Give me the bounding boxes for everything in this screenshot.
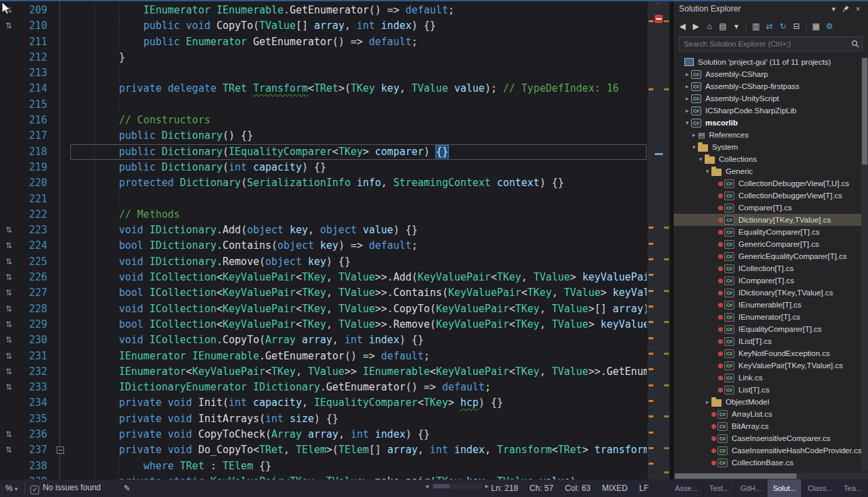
line-number[interactable]: 215 [18,97,53,113]
refresh-icon[interactable]: ↻ [777,20,789,32]
fold-margin[interactable] [53,97,70,113]
code-text[interactable]: public Dictionary() {} [70,128,647,144]
gutter-reference-icon[interactable] [0,175,18,191]
tree-item[interactable]: ▸C#Assembly-CSharp [674,68,868,80]
gutter-reference-icon[interactable]: ⇅ [0,317,18,332]
chevron-expanded-icon[interactable]: ▾ [697,156,705,163]
code-text[interactable]: protected Dictionary(SerializationInfo i… [70,175,647,191]
tree-item[interactable]: C#CollectionBase.cs [674,457,868,469]
gutter-reference-icon[interactable] [0,144,18,160]
close-icon[interactable]: × [852,5,864,13]
tree-item[interactable]: ▸▤References [674,129,868,141]
gutter-reference-icon[interactable] [0,81,18,96]
fold-margin[interactable] [53,332,70,348]
tree-item[interactable]: ▾Generic [674,165,868,177]
gutter-reference-icon[interactable]: ⇅ [0,18,18,34]
code-text[interactable]: private static KeyValuePair<TKey, TValue… [70,474,647,479]
line-number[interactable]: 233 [18,380,53,395]
tree-item[interactable]: C#CaseInsensitiveComparer.cs [674,432,868,444]
gutter-reference-icon[interactable]: ⇅ [0,442,18,458]
code-text[interactable]: IEnumerator IEnumerable.GetEnumerator() … [70,3,647,18]
fold-margin[interactable] [53,474,70,479]
tree-item[interactable]: C#BitArray.cs [674,420,868,432]
gutter-reference-icon[interactable] [0,459,18,474]
code-line-223[interactable]: ⇅223 void IDictionary.Add(object key, ob… [0,223,647,238]
tree-item[interactable]: ▸C#Assembly-UnityScript [674,92,868,105]
scroll-right-icon[interactable]: ► [484,483,490,490]
line-number[interactable]: 238 [18,459,53,474]
solution-search-input[interactable] [679,36,863,51]
code-line-231[interactable]: ⇅231 IEnumerator IEnumerable.GetEnumerat… [0,349,647,364]
fold-margin[interactable] [53,65,70,81]
fold-margin[interactable]: − [53,442,70,458]
gutter-reference-icon[interactable] [0,97,18,113]
tree-item[interactable]: C#GenericEqualityComparer[T].cs [674,250,868,262]
code-line-239[interactable]: 239 private static KeyValuePair<TKey, TV… [0,474,647,479]
sync-with-active-document-icon[interactable]: ⇄ [763,20,776,32]
fold-margin[interactable] [53,270,70,285]
tree-horizontal-scrollbar[interactable] [674,473,868,479]
code-text[interactable]: void IDictionary.Add(object key, object … [70,223,647,238]
chevron-expanded-icon[interactable]: ▾ [683,119,691,126]
show-all-files-icon[interactable]: ▦ [810,20,822,32]
tool-tab-solut[interactable]: Solut... [767,479,802,497]
tree-item[interactable]: C#Dictionary[TKey,TValue].cs [674,214,868,226]
line-number[interactable]: 237 [18,442,53,458]
gutter-reference-icon[interactable] [0,113,18,128]
line-number[interactable]: 210 [18,18,53,34]
pin-icon[interactable] [840,5,852,13]
tool-tab-asse[interactable]: Asse... [670,479,704,497]
gutter-reference-icon[interactable]: ⇅ [0,380,18,395]
line-number[interactable]: 231 [18,349,53,364]
scroll-left-icon[interactable]: ◄ [424,483,430,490]
gutter-reference-icon[interactable]: ⇅ [0,349,18,364]
gutter-reference-icon[interactable] [0,192,18,207]
line-number[interactable]: 220 [18,175,53,191]
code-line-211[interactable]: 211 public Enumerator GetEnumerator() =>… [0,34,647,50]
line-number[interactable]: 222 [18,207,53,223]
code-line-227[interactable]: ⇅227 bool ICollection<KeyValuePair<TKey,… [0,285,647,301]
editor-horizontal-scrollbar[interactable]: ◄ ► [424,483,490,490]
gutter-reference-icon[interactable]: ⇅ [0,427,18,442]
code-line-235[interactable]: 235 private void InitArrays(int size) {} [0,411,647,427]
code-line-217[interactable]: 217 public Dictionary() {} [0,128,647,144]
fold-margin[interactable] [53,238,70,254]
code-text[interactable]: bool ICollection<KeyValuePair<TKey, TVal… [70,317,647,332]
code-text[interactable]: public Enumerator GetEnumerator() => def… [70,34,647,50]
code-text[interactable]: IDictionaryEnumerator IDictionary.GetEnu… [70,380,647,395]
gutter-reference-icon[interactable] [0,395,18,411]
fold-margin[interactable] [53,301,70,317]
tree-item[interactable]: Solution 'project-gui' (11 of 11 project… [674,56,868,68]
collapse-marker-icon[interactable]: − [57,446,64,454]
fold-margin[interactable] [53,175,70,191]
horizontal-scrollbar-track[interactable] [432,484,482,489]
gutter-reference-icon[interactable] [0,411,18,427]
fold-margin[interactable] [53,380,70,395]
code-line-213[interactable]: 213 [0,65,647,81]
file-health-indicator[interactable]: ✓No issues found [30,483,101,494]
character-indicator[interactable]: Ch: 57 [530,484,553,493]
code-line-212[interactable]: 212 } [0,50,647,65]
properties-icon[interactable]: ⚙ [823,20,836,32]
fold-margin[interactable] [53,18,70,34]
code-line-234[interactable]: 234 private void Init(int capacity, IEqu… [0,395,647,411]
file-health-error-icon[interactable] [655,15,663,23]
code-text[interactable]: // Methods [70,207,647,223]
fold-margin[interactable] [53,3,70,18]
pending-changes-filter-icon[interactable]: ▥ [750,20,762,32]
tree-vertical-scrollbar-thumb[interactable] [862,58,867,165]
line-number[interactable]: 228 [18,301,53,317]
tool-tab-class[interactable]: Class... [802,479,838,497]
code-text[interactable]: void ICollection<KeyValuePair<TKey, TVal… [70,301,647,317]
tool-tab-gith[interactable]: GitH... [735,479,767,497]
code-line-230[interactable]: ⇅230 void ICollection.CopyTo(Array array… [0,332,647,348]
line-number[interactable]: 214 [18,81,53,96]
code-line-209[interactable]: ⇅209 IEnumerator IEnumerable.GetEnumerat… [0,3,647,18]
tree-item[interactable]: ▸ObjectModel [674,396,868,408]
tree-item[interactable]: C#CaseInsensitiveHashCodeProvider.cs [674,444,868,457]
fold-margin[interactable] [53,160,70,175]
gutter-reference-icon[interactable] [0,65,18,81]
code-text[interactable]: private void Init(int capacity, IEqualit… [70,395,647,411]
line-number[interactable]: 217 [18,128,53,144]
code-line-226[interactable]: ⇅226 void ICollection<KeyValuePair<TKey,… [0,270,647,285]
